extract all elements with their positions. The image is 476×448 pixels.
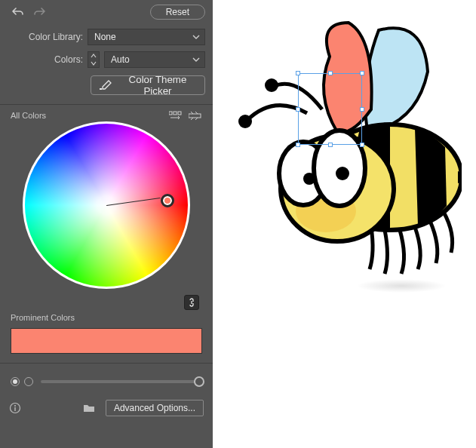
advanced-options-button[interactable]: Advanced Options...: [106, 400, 204, 416]
bottom-row: Advanced Options...: [0, 394, 213, 425]
svg-rect-3: [178, 112, 181, 115]
recolor-panel: Reset Color Library: None Colors: Auto C…: [0, 0, 213, 448]
bee-shadow: [356, 279, 447, 293]
all-colors-header: All Colors: [0, 111, 213, 121]
svg-rect-4: [189, 114, 201, 118]
selection-bounding-box[interactable]: [298, 73, 362, 145]
color-theme-picker-button[interactable]: Color Theme Picker: [91, 75, 205, 95]
selection-handle-s[interactable]: [328, 143, 333, 147]
color-wheel[interactable]: [23, 121, 190, 289]
prominent-colors-header: Prominent Colors: [0, 313, 213, 324]
svg-rect-0: [100, 88, 102, 90]
wheel-handle[interactable]: [161, 194, 174, 207]
selection-handle-nw[interactable]: [296, 71, 300, 75]
folder-icon[interactable]: [83, 403, 95, 413]
link-row: [0, 293, 213, 313]
prominent-colors-label: Prominent Colors: [11, 313, 75, 322]
bee-illustration: [220, 4, 462, 290]
colors-dropdown[interactable]: Auto: [104, 51, 205, 68]
svg-point-8: [238, 115, 252, 128]
radio-option-1[interactable]: [11, 377, 20, 386]
eyedropper-icon: [99, 79, 112, 91]
colors-label: Colors:: [0, 54, 83, 65]
svg-rect-2: [174, 112, 177, 115]
prominent-colors-swatches: [0, 324, 213, 361]
random-order-icon[interactable]: [189, 111, 202, 120]
selection-handle-se[interactable]: [360, 143, 364, 147]
svg-point-16: [336, 167, 349, 180]
undo-redo-group: [12, 6, 45, 18]
color-order-icon[interactable]: [169, 111, 183, 120]
artboard[interactable]: [213, 0, 476, 448]
chevron-down-icon: [88, 60, 99, 67]
prominent-swatch[interactable]: [11, 328, 202, 354]
color-library-value: None: [94, 32, 116, 42]
info-icon[interactable]: [9, 402, 21, 414]
colors-stepper[interactable]: [88, 51, 100, 68]
selection-handle-e[interactable]: [360, 107, 364, 112]
color-theme-picker-row: Color Theme Picker: [0, 71, 213, 103]
color-library-label: Color Library:: [0, 32, 83, 42]
selection-handle-ne[interactable]: [360, 71, 364, 75]
colors-row: Colors: Auto: [0, 48, 213, 71]
reset-button[interactable]: Reset: [150, 5, 205, 20]
svg-point-9: [265, 78, 278, 92]
color-library-row: Color Library: None: [0, 26, 213, 48]
radio-option-2[interactable]: [24, 377, 33, 386]
redo-icon[interactable]: [33, 6, 45, 18]
svg-rect-7: [14, 407, 15, 411]
link-colors-icon[interactable]: [184, 295, 199, 310]
all-colors-label: All Colors: [11, 111, 46, 120]
selection-handle-sw[interactable]: [296, 143, 300, 147]
selection-handle-n[interactable]: [328, 71, 333, 75]
chevron-down-icon: [192, 56, 200, 63]
brightness-row: [0, 370, 213, 394]
undo-icon[interactable]: [12, 6, 24, 18]
colors-value: Auto: [111, 54, 130, 65]
color-library-dropdown[interactable]: None: [88, 29, 205, 45]
topbar: Reset: [0, 0, 213, 26]
svg-point-6: [14, 405, 16, 407]
slider-handle[interactable]: [194, 376, 204, 387]
divider: [0, 363, 213, 364]
svg-point-15: [303, 173, 315, 185]
selection-handle-w[interactable]: [296, 107, 300, 112]
svg-rect-1: [169, 112, 172, 115]
mode-radios: [11, 377, 33, 386]
chevron-down-icon: [192, 33, 200, 41]
color-theme-picker-label: Color Theme Picker: [118, 74, 197, 97]
divider: [0, 104, 213, 105]
brightness-slider[interactable]: [41, 380, 202, 383]
color-wheel-area: [0, 121, 213, 293]
wheel-radius-line: [106, 198, 160, 206]
chevron-up-icon: [88, 52, 99, 60]
